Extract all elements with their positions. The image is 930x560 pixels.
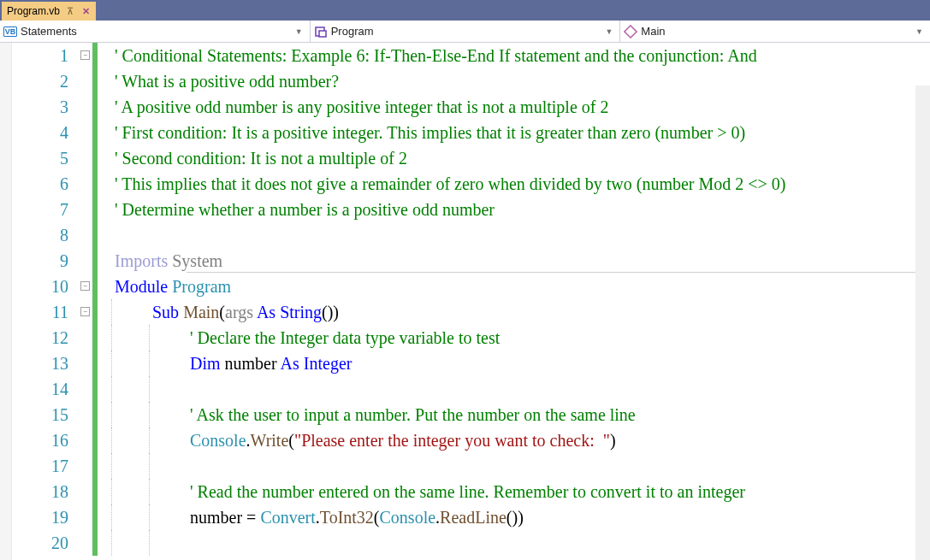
navigation-bar: VB Statements ▼ Program ▼ Main ▼	[0, 21, 930, 43]
code-line[interactable]	[92, 530, 930, 556]
vertical-scrollbar[interactable]	[915, 85, 930, 560]
code-line[interactable]: Console.Write("Please enter the integer …	[92, 427, 930, 453]
line-number: 5	[12, 145, 68, 171]
code-line[interactable]: ' Ask the user to input a number. Put th…	[92, 402, 930, 427]
line-number: 8	[12, 222, 68, 248]
code-line[interactable]	[92, 222, 930, 248]
line-number: 4	[12, 120, 68, 145]
member-dropdown[interactable]: Main ▼	[620, 21, 930, 42]
code-line[interactable]: ' Determine whether a number is a positi…	[92, 197, 930, 222]
breakpoint-margin[interactable]	[0, 43, 12, 560]
vb-project-icon: VB	[3, 25, 17, 38]
line-number: 18	[12, 479, 68, 504]
line-number: 17	[12, 453, 68, 479]
scope-text: Statements	[21, 25, 77, 38]
line-number: 14	[12, 376, 68, 402]
code-line[interactable]: ' Conditional Statements: Example 6: If-…	[92, 43, 930, 68]
fold-toggle[interactable]: −	[80, 50, 90, 60]
pin-icon[interactable]: ⊼	[65, 6, 75, 16]
code-line[interactable]	[92, 376, 930, 402]
code-line[interactable]: ' Declare the Integer data type variable…	[92, 325, 930, 351]
fold-toggle[interactable]: −	[80, 307, 90, 316]
line-number: 20	[12, 530, 68, 556]
line-number-gutter: 1234567891011121314151617181920	[12, 43, 80, 560]
fold-toggle[interactable]: −	[80, 281, 90, 291]
fold-column[interactable]: −−−	[80, 43, 92, 560]
line-number: 6	[12, 171, 68, 197]
code-line[interactable]: ' First condition: It is a positive inte…	[92, 120, 930, 145]
chevron-down-icon: ▼	[915, 27, 927, 36]
code-line[interactable]: Dim number As Integer	[92, 351, 930, 376]
chevron-down-icon: ▼	[605, 27, 616, 36]
code-line[interactable]: Module Program	[92, 274, 930, 299]
code-line[interactable]: Sub Main(args As String())	[92, 299, 930, 325]
code-line[interactable]: number = Convert.ToInt32(Console.ReadLin…	[92, 504, 930, 530]
line-number: 12	[12, 325, 68, 351]
file-tab-label: Program.vb	[7, 5, 60, 17]
code-line[interactable]: ' A positive odd number is any positive …	[92, 94, 930, 120]
line-number: 15	[12, 402, 68, 427]
code-line[interactable]: ' Second condition: It is not a multiple…	[92, 145, 930, 171]
code-line[interactable]: ' This implies that it does not give a r…	[92, 171, 930, 197]
region-separator	[187, 272, 930, 273]
code-line[interactable]: Imports System	[92, 248, 930, 274]
file-tab[interactable]: Program.vb ⊼ ✕	[2, 2, 96, 21]
type-text: Program	[331, 25, 374, 38]
line-number: 9	[12, 248, 68, 274]
line-number: 16	[12, 427, 68, 453]
svg-rect-1	[319, 31, 326, 37]
scope-dropdown[interactable]: VB Statements ▼	[0, 21, 311, 42]
line-number: 1	[12, 43, 68, 68]
code-editor[interactable]: 1234567891011121314151617181920 −−− ' Co…	[0, 43, 930, 560]
module-icon	[314, 25, 328, 38]
code-area[interactable]: ' Conditional Statements: Example 6: If-…	[92, 43, 930, 560]
line-number: 7	[12, 197, 68, 222]
code-line[interactable]: ' What is a positive odd number?	[92, 68, 930, 94]
close-icon[interactable]: ✕	[80, 6, 91, 16]
line-number: 2	[12, 68, 68, 94]
line-number: 19	[12, 504, 68, 530]
chevron-down-icon: ▼	[295, 27, 306, 36]
line-number: 13	[12, 351, 68, 376]
type-dropdown[interactable]: Program ▼	[311, 21, 621, 42]
line-number: 11	[12, 299, 68, 325]
line-number: 10	[12, 274, 68, 299]
member-text: Main	[641, 25, 665, 38]
svg-rect-2	[625, 25, 637, 37]
line-number: 3	[12, 94, 68, 120]
title-bar: Program.vb ⊼ ✕	[0, 0, 930, 21]
code-line[interactable]	[92, 453, 930, 479]
method-icon	[624, 25, 637, 38]
code-line[interactable]: ' Read the number entered on the same li…	[92, 479, 930, 504]
